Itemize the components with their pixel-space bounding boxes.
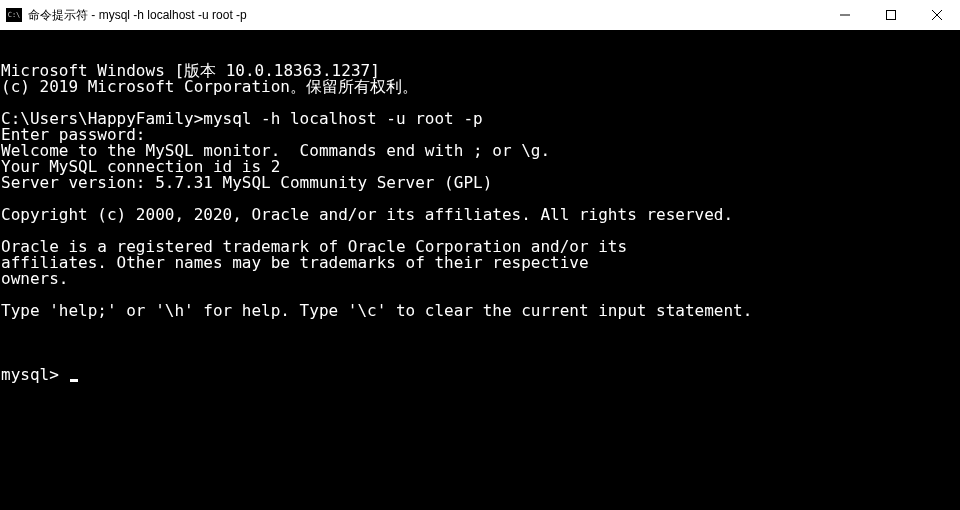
cursor [70, 379, 78, 382]
minimize-icon [840, 10, 850, 20]
prompt-line: mysql> [1, 367, 960, 383]
terminal-line: Server version: 5.7.31 MySQL Community S… [1, 175, 960, 191]
cmd-icon: C:\ [6, 8, 22, 22]
close-icon [932, 10, 942, 20]
cmd-icon-label: C:\ [8, 12, 21, 19]
window-controls [822, 0, 960, 30]
terminal-line [1, 319, 960, 335]
prompt-text: mysql> [1, 367, 68, 383]
window-title: 命令提示符 - mysql -h localhost -u root -p [28, 7, 247, 24]
terminal-line: Type 'help;' or '\h' for help. Type '\c'… [1, 303, 960, 319]
terminal-line: affiliates. Other names may be trademark… [1, 255, 960, 271]
minimize-button[interactable] [822, 0, 868, 30]
maximize-icon [886, 10, 896, 20]
terminal-line: owners. [1, 271, 960, 287]
maximize-button[interactable] [868, 0, 914, 30]
terminal-line: Copyright (c) 2000, 2020, Oracle and/or … [1, 207, 960, 223]
terminal-output[interactable]: Microsoft Windows [版本 10.0.18363.1237](c… [0, 30, 960, 399]
close-button[interactable] [914, 0, 960, 30]
svg-rect-1 [887, 11, 896, 20]
terminal-lines: Microsoft Windows [版本 10.0.18363.1237](c… [1, 63, 960, 335]
terminal-line: (c) 2019 Microsoft Corporation。保留所有权利。 [1, 79, 960, 95]
titlebar[interactable]: C:\ 命令提示符 - mysql -h localhost -u root -… [0, 0, 960, 30]
